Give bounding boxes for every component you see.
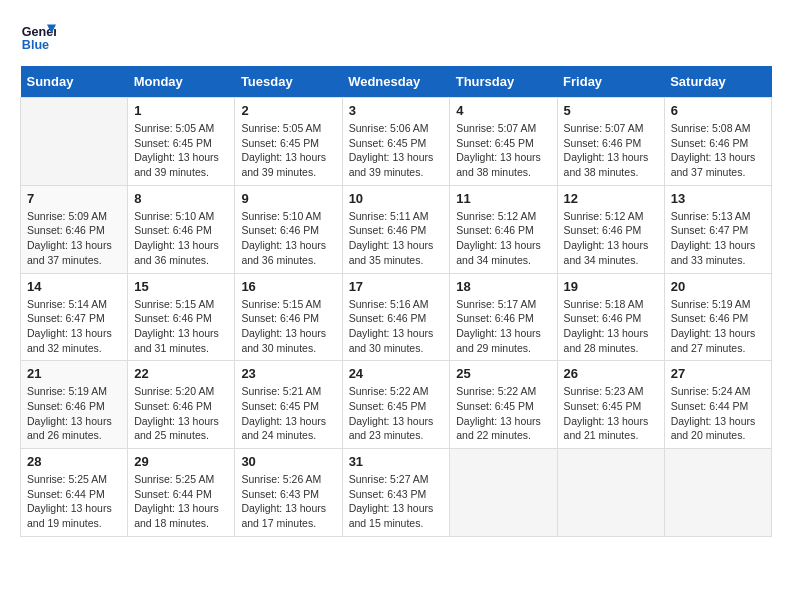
day-number: 3 [349,103,444,118]
day-info: Sunrise: 5:07 AM Sunset: 6:46 PM Dayligh… [564,121,658,180]
day-info: Sunrise: 5:11 AM Sunset: 6:46 PM Dayligh… [349,209,444,268]
day-info: Sunrise: 5:13 AM Sunset: 6:47 PM Dayligh… [671,209,765,268]
day-number: 13 [671,191,765,206]
header-wednesday: Wednesday [342,66,450,98]
day-info: Sunrise: 5:25 AM Sunset: 6:44 PM Dayligh… [134,472,228,531]
calendar-table: SundayMondayTuesdayWednesdayThursdayFrid… [20,66,772,537]
calendar-cell [21,98,128,186]
day-number: 29 [134,454,228,469]
day-number: 21 [27,366,121,381]
day-info: Sunrise: 5:26 AM Sunset: 6:43 PM Dayligh… [241,472,335,531]
day-info: Sunrise: 5:27 AM Sunset: 6:43 PM Dayligh… [349,472,444,531]
day-info: Sunrise: 5:22 AM Sunset: 6:45 PM Dayligh… [349,384,444,443]
day-number: 8 [134,191,228,206]
calendar-cell: 1Sunrise: 5:05 AM Sunset: 6:45 PM Daylig… [128,98,235,186]
day-number: 23 [241,366,335,381]
calendar-cell [450,449,557,537]
day-number: 28 [27,454,121,469]
day-info: Sunrise: 5:25 AM Sunset: 6:44 PM Dayligh… [27,472,121,531]
calendar-cell: 23Sunrise: 5:21 AM Sunset: 6:45 PM Dayli… [235,361,342,449]
calendar-cell: 25Sunrise: 5:22 AM Sunset: 6:45 PM Dayli… [450,361,557,449]
day-info: Sunrise: 5:05 AM Sunset: 6:45 PM Dayligh… [134,121,228,180]
day-info: Sunrise: 5:20 AM Sunset: 6:46 PM Dayligh… [134,384,228,443]
day-number: 14 [27,279,121,294]
calendar-cell: 29Sunrise: 5:25 AM Sunset: 6:44 PM Dayli… [128,449,235,537]
calendar-cell: 20Sunrise: 5:19 AM Sunset: 6:46 PM Dayli… [664,273,771,361]
calendar-cell: 27Sunrise: 5:24 AM Sunset: 6:44 PM Dayli… [664,361,771,449]
day-info: Sunrise: 5:15 AM Sunset: 6:46 PM Dayligh… [134,297,228,356]
day-number: 12 [564,191,658,206]
day-info: Sunrise: 5:15 AM Sunset: 6:46 PM Dayligh… [241,297,335,356]
day-number: 24 [349,366,444,381]
header-sunday: Sunday [21,66,128,98]
day-info: Sunrise: 5:19 AM Sunset: 6:46 PM Dayligh… [671,297,765,356]
day-number: 25 [456,366,550,381]
calendar-cell [664,449,771,537]
calendar-week-row: 14Sunrise: 5:14 AM Sunset: 6:47 PM Dayli… [21,273,772,361]
calendar-cell [557,449,664,537]
day-info: Sunrise: 5:18 AM Sunset: 6:46 PM Dayligh… [564,297,658,356]
day-number: 22 [134,366,228,381]
calendar-cell: 11Sunrise: 5:12 AM Sunset: 6:46 PM Dayli… [450,185,557,273]
calendar-cell: 21Sunrise: 5:19 AM Sunset: 6:46 PM Dayli… [21,361,128,449]
day-info: Sunrise: 5:10 AM Sunset: 6:46 PM Dayligh… [134,209,228,268]
day-info: Sunrise: 5:07 AM Sunset: 6:45 PM Dayligh… [456,121,550,180]
calendar-cell: 17Sunrise: 5:16 AM Sunset: 6:46 PM Dayli… [342,273,450,361]
day-number: 15 [134,279,228,294]
calendar-week-row: 21Sunrise: 5:19 AM Sunset: 6:46 PM Dayli… [21,361,772,449]
calendar-week-row: 1Sunrise: 5:05 AM Sunset: 6:45 PM Daylig… [21,98,772,186]
calendar-cell: 28Sunrise: 5:25 AM Sunset: 6:44 PM Dayli… [21,449,128,537]
day-info: Sunrise: 5:21 AM Sunset: 6:45 PM Dayligh… [241,384,335,443]
calendar-week-row: 7Sunrise: 5:09 AM Sunset: 6:46 PM Daylig… [21,185,772,273]
day-number: 10 [349,191,444,206]
day-number: 18 [456,279,550,294]
calendar-cell: 12Sunrise: 5:12 AM Sunset: 6:46 PM Dayli… [557,185,664,273]
calendar-cell: 22Sunrise: 5:20 AM Sunset: 6:46 PM Dayli… [128,361,235,449]
day-info: Sunrise: 5:10 AM Sunset: 6:46 PM Dayligh… [241,209,335,268]
day-number: 4 [456,103,550,118]
header-friday: Friday [557,66,664,98]
day-number: 11 [456,191,550,206]
day-info: Sunrise: 5:16 AM Sunset: 6:46 PM Dayligh… [349,297,444,356]
logo-icon: General Blue [20,20,56,56]
day-number: 27 [671,366,765,381]
calendar-cell: 7Sunrise: 5:09 AM Sunset: 6:46 PM Daylig… [21,185,128,273]
header-tuesday: Tuesday [235,66,342,98]
day-number: 7 [27,191,121,206]
calendar-header-row: SundayMondayTuesdayWednesdayThursdayFrid… [21,66,772,98]
calendar-cell: 24Sunrise: 5:22 AM Sunset: 6:45 PM Dayli… [342,361,450,449]
logo: General Blue [20,20,56,56]
day-number: 17 [349,279,444,294]
day-info: Sunrise: 5:22 AM Sunset: 6:45 PM Dayligh… [456,384,550,443]
day-info: Sunrise: 5:14 AM Sunset: 6:47 PM Dayligh… [27,297,121,356]
calendar-cell: 8Sunrise: 5:10 AM Sunset: 6:46 PM Daylig… [128,185,235,273]
day-info: Sunrise: 5:17 AM Sunset: 6:46 PM Dayligh… [456,297,550,356]
calendar-cell: 19Sunrise: 5:18 AM Sunset: 6:46 PM Dayli… [557,273,664,361]
calendar-cell: 15Sunrise: 5:15 AM Sunset: 6:46 PM Dayli… [128,273,235,361]
day-number: 19 [564,279,658,294]
header-thursday: Thursday [450,66,557,98]
svg-text:Blue: Blue [22,38,49,52]
header-monday: Monday [128,66,235,98]
day-info: Sunrise: 5:12 AM Sunset: 6:46 PM Dayligh… [456,209,550,268]
day-number: 6 [671,103,765,118]
calendar-cell: 14Sunrise: 5:14 AM Sunset: 6:47 PM Dayli… [21,273,128,361]
day-info: Sunrise: 5:23 AM Sunset: 6:45 PM Dayligh… [564,384,658,443]
day-number: 2 [241,103,335,118]
calendar-cell: 30Sunrise: 5:26 AM Sunset: 6:43 PM Dayli… [235,449,342,537]
day-number: 26 [564,366,658,381]
calendar-week-row: 28Sunrise: 5:25 AM Sunset: 6:44 PM Dayli… [21,449,772,537]
calendar-cell: 4Sunrise: 5:07 AM Sunset: 6:45 PM Daylig… [450,98,557,186]
day-info: Sunrise: 5:09 AM Sunset: 6:46 PM Dayligh… [27,209,121,268]
day-info: Sunrise: 5:05 AM Sunset: 6:45 PM Dayligh… [241,121,335,180]
page-header: General Blue [20,20,772,56]
day-info: Sunrise: 5:08 AM Sunset: 6:46 PM Dayligh… [671,121,765,180]
day-number: 20 [671,279,765,294]
calendar-cell: 2Sunrise: 5:05 AM Sunset: 6:45 PM Daylig… [235,98,342,186]
calendar-cell: 5Sunrise: 5:07 AM Sunset: 6:46 PM Daylig… [557,98,664,186]
header-saturday: Saturday [664,66,771,98]
calendar-cell: 9Sunrise: 5:10 AM Sunset: 6:46 PM Daylig… [235,185,342,273]
calendar-cell: 3Sunrise: 5:06 AM Sunset: 6:45 PM Daylig… [342,98,450,186]
day-number: 5 [564,103,658,118]
day-number: 30 [241,454,335,469]
